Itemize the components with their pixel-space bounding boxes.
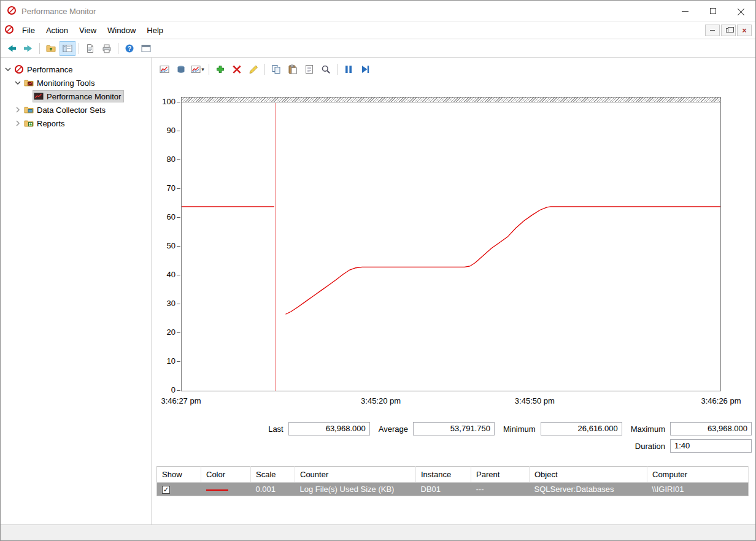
minimize-button[interactable] — [671, 1, 699, 21]
counter-object-cell: SQLServer:Databases — [530, 483, 647, 496]
chevron-right-icon[interactable] — [13, 105, 23, 115]
update-data-button[interactable] — [357, 62, 373, 77]
back-button[interactable] — [4, 41, 20, 56]
monitor-folder-icon — [24, 78, 34, 88]
column-header-object[interactable]: Object — [530, 467, 647, 483]
average-label: Average — [379, 424, 408, 434]
column-header-show[interactable]: Show — [157, 467, 201, 483]
menu-help[interactable]: Help — [141, 26, 169, 35]
y-axis-tick-mark — [177, 275, 180, 275]
title-bar: Performance Monitor — [1, 1, 755, 21]
toolbar-separator — [209, 64, 209, 75]
freeze-display-button[interactable] — [341, 62, 357, 77]
tree-item-reports[interactable]: Reports — [1, 117, 151, 130]
y-axis-tick-label: 40 — [167, 270, 176, 280]
counter-parent-cell: --- — [471, 483, 530, 496]
counter-list-table: Show Color Scale Counter Instance Parent… — [156, 466, 749, 496]
y-axis-tick-label: 100 — [162, 97, 176, 107]
help-button[interactable]: ? — [122, 41, 137, 56]
chevron-right-icon[interactable] — [13, 118, 23, 128]
maximize-button[interactable] — [699, 1, 727, 21]
mdi-minimize-icon — [710, 30, 715, 31]
column-header-parent[interactable]: Parent — [471, 467, 530, 483]
menu-file[interactable]: File — [17, 26, 40, 35]
console-tree-panel: PerformanceMonitoring ToolsPerformance M… — [1, 58, 152, 524]
maximum-value: 63,968.000 — [670, 422, 752, 435]
mdi-restore-button[interactable] — [721, 25, 736, 36]
chevron-down-icon[interactable] — [13, 78, 23, 88]
column-header-counter[interactable]: Counter — [295, 467, 416, 483]
mdi-minimize-button[interactable] — [705, 25, 720, 36]
counter-color-cell — [201, 483, 251, 496]
mdi-close-icon: × — [742, 27, 746, 34]
column-header-scale[interactable]: Scale — [251, 467, 295, 483]
tree-item-data-collector-sets[interactable]: Data Collector Sets — [1, 103, 151, 117]
show-hide-console-tree-button[interactable] — [60, 41, 75, 56]
delete-counter-button[interactable] — [229, 62, 245, 77]
status-bar — [1, 524, 755, 540]
y-axis-tick-label: 50 — [167, 241, 176, 251]
view-current-activity-button[interactable] — [156, 62, 172, 77]
tree-item-performance-monitor[interactable]: Performance Monitor — [1, 90, 151, 103]
y-axis-tick-label: 20 — [167, 328, 176, 337]
y-axis-tick-label: 80 — [167, 155, 176, 164]
y-axis-tick-mark — [177, 217, 180, 218]
zoom-button[interactable] — [318, 62, 334, 77]
print-button[interactable] — [99, 41, 115, 56]
tree-item-monitoring-tools[interactable]: Monitoring Tools — [1, 76, 151, 90]
checkmark-icon: ✓ — [163, 486, 169, 493]
tree-item-label: Performance — [27, 65, 72, 74]
counter-show-cell: ✓ — [157, 483, 201, 496]
counter-line-history-segment — [285, 207, 720, 314]
highlight-button[interactable] — [245, 62, 261, 77]
y-axis-tick-label: 90 — [167, 126, 176, 136]
tree-item-label: Monitoring Tools — [37, 79, 94, 88]
counter-scale-cell: 0.001 — [251, 483, 295, 496]
toolbar-separator — [79, 43, 79, 54]
menu-view[interactable]: View — [74, 26, 102, 35]
x-axis: 3:46:27 pm3:45:20 pm3:45:50 pm3:46:26 pm — [181, 391, 721, 409]
add-counter-button[interactable] — [212, 62, 228, 77]
counter-row[interactable]: ✓ 0.001 Log File(s) Used Size (KB) DB01 … — [157, 483, 749, 496]
properties-button[interactable] — [301, 62, 317, 77]
copy-properties-button[interactable] — [268, 62, 284, 77]
column-header-computer[interactable]: Computer — [647, 467, 749, 483]
menu-action[interactable]: Action — [40, 26, 74, 35]
y-axis-tick-label: 0 — [171, 385, 176, 395]
value-bar: Last 63,968.000 Average 53,791.750 Minim… — [152, 422, 752, 456]
y-axis-tick-mark — [177, 188, 180, 189]
mdi-close-button[interactable]: × — [737, 25, 752, 36]
view-log-data-button[interactable] — [173, 62, 189, 77]
menu-window[interactable]: Window — [102, 26, 141, 35]
close-button[interactable] — [727, 1, 755, 21]
dropdown-arrow-icon[interactable]: ▾ — [201, 66, 204, 72]
average-value: 53,791.750 — [413, 422, 495, 435]
show-hide-action-pane-button[interactable] — [138, 41, 154, 56]
up-one-level-button[interactable] — [43, 41, 59, 56]
window-title: Performance Monitor — [21, 7, 671, 16]
close-icon — [738, 7, 745, 15]
export-list-button[interactable] — [82, 41, 98, 56]
details-panel: ▾ 1009080706050403020100 3:46:27 pm3:45:… — [152, 58, 755, 524]
column-header-color[interactable]: Color — [201, 467, 251, 483]
y-axis: 1009080706050403020100 — [152, 97, 181, 391]
chevron-down-icon[interactable] — [3, 64, 13, 74]
chart-svg — [182, 103, 720, 391]
minimize-icon — [682, 11, 688, 12]
y-axis-tick-mark — [177, 390, 180, 391]
change-graph-type-button[interactable]: ▾ — [190, 62, 206, 77]
tree-item-performance[interactable]: Performance — [1, 63, 151, 76]
show-checkbox[interactable]: ✓ — [162, 486, 170, 494]
y-axis-tick-label: 10 — [167, 356, 176, 366]
toolbar-separator — [39, 43, 40, 54]
main-toolbar: ? — [1, 39, 755, 58]
paste-counter-list-button[interactable] — [285, 62, 301, 77]
tree-item-label: Performance Monitor — [47, 92, 121, 101]
y-axis-tick-mark — [177, 361, 180, 362]
maximize-icon — [710, 8, 716, 14]
forward-button[interactable] — [20, 41, 36, 56]
value-bar-row-2: Duration 1:40 — [152, 439, 752, 453]
column-header-instance[interactable]: Instance — [416, 467, 471, 483]
main-area: PerformanceMonitoring ToolsPerformance M… — [1, 58, 755, 524]
maximum-label: Maximum — [631, 424, 665, 434]
